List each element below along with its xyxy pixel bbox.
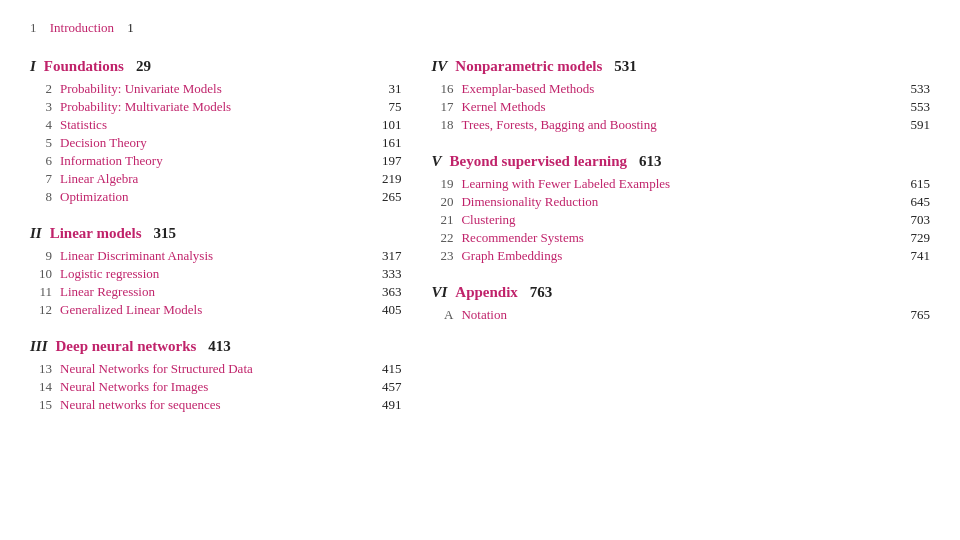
chapter-item: 15Neural networks for sequences491 xyxy=(30,397,401,413)
intro-line: 1 Introduction 1 xyxy=(30,20,930,36)
chapter-num: 2 xyxy=(30,81,52,97)
part-section: IVNonparametric models53116Exemplar-base… xyxy=(431,58,930,133)
chapter-page: 765 xyxy=(911,307,931,323)
chapter-item: 12Generalized Linear Models405 xyxy=(30,302,401,318)
chapter-list: 19Learning with Fewer Labeled Examples61… xyxy=(431,176,930,264)
chapter-title: Decision Theory xyxy=(60,135,374,151)
chapter-title: Probability: Univariate Models xyxy=(60,81,380,97)
chapter-num: 17 xyxy=(431,99,453,115)
chapter-title: Clustering xyxy=(461,212,902,228)
chapter-title: Optimization xyxy=(60,189,374,205)
chapter-title: Logistic regression xyxy=(60,266,374,282)
part-section: VIAppendix763ANotation765 xyxy=(431,284,930,323)
part-title: Deep neural networks xyxy=(56,338,197,355)
chapter-item: 19Learning with Fewer Labeled Examples61… xyxy=(431,176,930,192)
chapter-num: 4 xyxy=(30,117,52,133)
chapter-page: 591 xyxy=(911,117,931,133)
chapter-num: 20 xyxy=(431,194,453,210)
part-title: Beyond supervised learning xyxy=(449,153,627,170)
chapter-title: Generalized Linear Models xyxy=(60,302,374,318)
part-roman: V xyxy=(431,153,441,170)
chapter-title: Information Theory xyxy=(60,153,374,169)
part-page: 29 xyxy=(136,58,151,75)
chapter-item: 7Linear Algebra219 xyxy=(30,171,401,187)
chapter-item: 17Kernel Methods553 xyxy=(431,99,930,115)
chapter-num: 15 xyxy=(30,397,52,413)
right-column: IVNonparametric models53116Exemplar-base… xyxy=(421,58,930,433)
part-roman: I xyxy=(30,58,36,75)
chapter-page: 491 xyxy=(382,397,402,413)
chapter-num: 3 xyxy=(30,99,52,115)
chapter-title: Learning with Fewer Labeled Examples xyxy=(461,176,902,192)
part-roman: II xyxy=(30,225,42,242)
chapter-page: 729 xyxy=(911,230,931,246)
part-section: VBeyond supervised learning61319Learning… xyxy=(431,153,930,264)
chapter-page: 101 xyxy=(382,117,402,133)
part-page: 531 xyxy=(614,58,637,75)
chapter-num: A xyxy=(431,307,453,323)
part-page: 613 xyxy=(639,153,662,170)
chapter-title: Statistics xyxy=(60,117,374,133)
chapter-title: Linear Regression xyxy=(60,284,374,300)
chapter-page: 533 xyxy=(911,81,931,97)
chapter-title: Kernel Methods xyxy=(461,99,902,115)
chapter-num: 22 xyxy=(431,230,453,246)
part-roman: VI xyxy=(431,284,447,301)
part-header: IVNonparametric models531 xyxy=(431,58,930,75)
chapter-title: Linear Discriminant Analysis xyxy=(60,248,374,264)
chapter-item: 5Decision Theory161 xyxy=(30,135,401,151)
part-roman: IV xyxy=(431,58,447,75)
chapter-item: 3Probability: Multivariate Models75 xyxy=(30,99,401,115)
chapter-num: 9 xyxy=(30,248,52,264)
chapter-num: 11 xyxy=(30,284,52,300)
chapter-item: 16Exemplar-based Methods533 xyxy=(431,81,930,97)
chapter-num: 12 xyxy=(30,302,52,318)
chapter-page: 553 xyxy=(911,99,931,115)
chapter-page: 31 xyxy=(388,81,401,97)
chapter-page: 703 xyxy=(911,212,931,228)
part-page: 413 xyxy=(208,338,231,355)
chapter-list: 16Exemplar-based Methods53317Kernel Meth… xyxy=(431,81,930,133)
chapter-page: 615 xyxy=(911,176,931,192)
chapter-page: 197 xyxy=(382,153,402,169)
chapter-num: 14 xyxy=(30,379,52,395)
chapter-title: Neural Networks for Images xyxy=(60,379,374,395)
chapter-page: 333 xyxy=(382,266,402,282)
chapter-item: 10Logistic regression333 xyxy=(30,266,401,282)
chapter-item: 2Probability: Univariate Models31 xyxy=(30,81,401,97)
chapter-num: 5 xyxy=(30,135,52,151)
chapter-page: 75 xyxy=(388,99,401,115)
chapter-title: Neural Networks for Structured Data xyxy=(60,361,374,377)
part-roman: III xyxy=(30,338,48,355)
chapter-num: 8 xyxy=(30,189,52,205)
chapter-item: 13Neural Networks for Structured Data415 xyxy=(30,361,401,377)
chapter-title: Notation xyxy=(461,307,902,323)
part-section: IFoundations292Probability: Univariate M… xyxy=(30,58,401,205)
chapter-num: 23 xyxy=(431,248,453,264)
chapter-page: 415 xyxy=(382,361,402,377)
chapter-title: Probability: Multivariate Models xyxy=(60,99,380,115)
chapter-num: 6 xyxy=(30,153,52,169)
chapter-item: 9Linear Discriminant Analysis317 xyxy=(30,248,401,264)
chapter-list: 13Neural Networks for Structured Data415… xyxy=(30,361,401,413)
chapter-item: 6Information Theory197 xyxy=(30,153,401,169)
part-page: 315 xyxy=(154,225,177,242)
chapter-page: 363 xyxy=(382,284,402,300)
chapter-item: 4Statistics101 xyxy=(30,117,401,133)
part-header: IFoundations29 xyxy=(30,58,401,75)
chapter-page: 405 xyxy=(382,302,402,318)
part-page: 763 xyxy=(530,284,553,301)
intro-page: 1 xyxy=(127,20,134,35)
chapter-list: ANotation765 xyxy=(431,307,930,323)
chapter-item: 22Recommender Systems729 xyxy=(431,230,930,246)
part-header: IILinear models315 xyxy=(30,225,401,242)
part-title: Linear models xyxy=(50,225,142,242)
chapter-num: 21 xyxy=(431,212,453,228)
chapter-page: 317 xyxy=(382,248,402,264)
part-header: VIAppendix763 xyxy=(431,284,930,301)
chapter-item: 18Trees, Forests, Bagging and Boosting59… xyxy=(431,117,930,133)
chapter-title: Linear Algebra xyxy=(60,171,374,187)
part-title: Appendix xyxy=(455,284,518,301)
part-section: IILinear models3159Linear Discriminant A… xyxy=(30,225,401,318)
part-title: Nonparametric models xyxy=(455,58,602,75)
